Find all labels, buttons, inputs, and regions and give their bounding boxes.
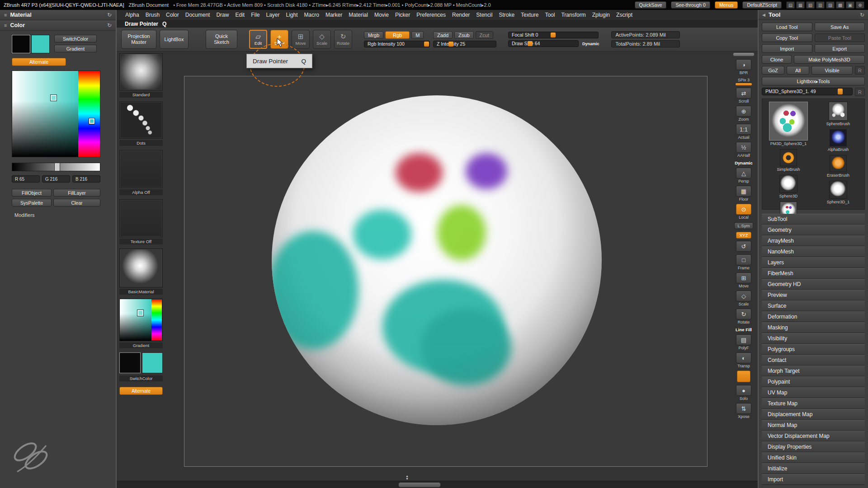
save-as-button[interactable]: Save As: [815, 23, 865, 31]
tool-section[interactable]: Import: [762, 474, 865, 485]
tool-section[interactable]: Normal Map: [762, 420, 865, 431]
tool-thumbnail[interactable]: PM3D_Sphere3D_1: [765, 102, 812, 146]
right-shelf-button[interactable]: △ Persp: [733, 168, 755, 183]
bottom-scrollbar[interactable]: [117, 481, 758, 488]
window-icon[interactable]: ⊗: [856, 1, 864, 9]
cycle-icon[interactable]: ↻: [107, 12, 112, 18]
goz-r-button[interactable]: R: [855, 66, 865, 75]
green-value-slider[interactable]: G 216: [42, 175, 70, 183]
tray-thumbnail[interactable]: [119, 352, 163, 374]
hue-selection-marker[interactable]: [89, 118, 94, 124]
fill-object-button[interactable]: FillObject: [12, 189, 52, 197]
slider-handle[interactable]: [551, 33, 556, 38]
tool-section[interactable]: Displacement Map: [762, 409, 865, 420]
timeline-toggle[interactable]: ▲▼: [406, 475, 409, 480]
menu-item[interactable]: Movie: [371, 10, 392, 20]
window-icon[interactable]: ▣: [846, 1, 854, 9]
mini-slider[interactable]: [736, 83, 752, 85]
menu-item[interactable]: Stencil: [473, 10, 495, 20]
color-picker[interactable]: [12, 70, 100, 157]
tray-thumbnail[interactable]: [119, 249, 163, 287]
right-shelf-button[interactable]: ⇄ Scroll: [733, 88, 755, 103]
gradient-button[interactable]: Gradient: [54, 45, 97, 52]
window-icon[interactable]: ▦: [796, 1, 805, 9]
export-button[interactable]: Export: [815, 44, 865, 53]
dynamic-toggle[interactable]: Dynamic: [582, 42, 599, 46]
tool-section[interactable]: Layers: [762, 257, 865, 268]
right-shelf-button[interactable]: ◑ BPR: [733, 59, 755, 75]
tool-section[interactable]: Polygroups: [762, 344, 865, 355]
tool-section[interactable]: Morph Target: [762, 366, 865, 376]
sculpt-sphere[interactable]: [272, 95, 602, 425]
menu-item[interactable]: Stroke: [495, 10, 518, 20]
tool-thumbnail[interactable]: Sphere3D: [765, 175, 812, 198]
right-shelf-button[interactable]: ⊕ Zoom: [733, 106, 755, 122]
right-shelf-button[interactable]: 1:1 Actual: [733, 124, 755, 140]
see-through-slider[interactable]: See-through 0: [671, 1, 710, 9]
z-intensity-slider[interactable]: Z Intensity 25: [433, 41, 496, 47]
tool-thumbnail-image[interactable]: [829, 181, 847, 199]
right-shelf-button[interactable]: ◐ Transp: [733, 352, 755, 368]
menu-item[interactable]: Edit: [232, 10, 248, 20]
right-shelf-button[interactable]: [733, 371, 755, 383]
goz-button[interactable]: GoZ: [762, 66, 784, 75]
cycle-icon[interactable]: ↻: [107, 22, 112, 28]
rotate-button[interactable]: ↻ Rotate: [334, 30, 352, 49]
menu-item[interactable]: Light: [283, 10, 301, 20]
right-shelf-button[interactable]: ● Solo: [733, 385, 755, 401]
active-tool-slider[interactable]: PM3D_Sphere3D_1. 49: [762, 88, 853, 95]
zadd-button[interactable]: Zadd: [433, 31, 453, 39]
tray-item[interactable]: Dots: [119, 102, 163, 146]
tray-thumbnail[interactable]: [119, 102, 163, 139]
tray-thumbnail[interactable]: [119, 53, 163, 90]
right-shelf-button[interactable]: ⊙ Local: [733, 204, 755, 220]
tool-thumbnail[interactable]: SphereBrush: [815, 102, 862, 126]
menu-item[interactable]: Tool: [542, 10, 558, 20]
tool-thumbnail[interactable]: SimpleBrush: [765, 149, 812, 172]
tool-section[interactable]: Polypaint: [762, 376, 865, 387]
right-shelf-button[interactable]: Dynamic: [733, 160, 755, 165]
tray-item[interactable]: BasicMaterial: [119, 249, 163, 295]
saturation-value-area[interactable]: [12, 71, 78, 157]
tool-thumbnail-image[interactable]: [830, 129, 847, 146]
mrgb-button[interactable]: Mrgb: [364, 31, 383, 39]
tool-palette-header[interactable]: ◀ Tool ↻: [759, 10, 868, 20]
tool-thumbnail-image[interactable]: [769, 102, 808, 141]
cycle-icon[interactable]: ↻: [860, 12, 864, 18]
draw-size-slider[interactable]: Draw Size 64: [508, 40, 579, 47]
m-button[interactable]: M: [411, 31, 424, 39]
modifiers-label[interactable]: Modifiers: [14, 212, 35, 218]
import-button[interactable]: Import: [762, 44, 812, 53]
tool-section[interactable]: Deformation: [762, 311, 865, 322]
move-button[interactable]: ⊞ Move: [292, 30, 310, 49]
hue-strip[interactable]: [78, 71, 100, 157]
menu-item[interactable]: Document: [182, 10, 213, 20]
tool-thumbnail[interactable]: AlphaBrush: [815, 129, 862, 152]
menu-item[interactable]: Alpha: [122, 10, 142, 20]
right-shelf-button[interactable]: ▦ Floor: [733, 186, 755, 202]
tray-thumbnail[interactable]: [119, 150, 163, 188]
lightbox-button[interactable]: LightBox: [160, 30, 189, 49]
menu-item[interactable]: Macro: [301, 10, 322, 20]
menu-item[interactable]: Transform: [558, 10, 589, 20]
menu-item[interactable]: Preferences: [413, 10, 449, 20]
right-shelf-button[interactable]: □ Frame: [733, 254, 755, 270]
sys-palette-button[interactable]: SysPalette: [12, 199, 52, 206]
slider-handle[interactable]: [838, 89, 843, 94]
tool-section[interactable]: Contact: [762, 355, 865, 366]
tray-item[interactable]: Standard: [119, 53, 163, 98]
color-palette-header[interactable]: ≡ Color ↻: [0, 20, 116, 31]
slider-handle[interactable]: [448, 42, 453, 47]
right-shelf-button[interactable]: Line Fill: [733, 327, 755, 332]
menu-item[interactable]: Layer: [263, 10, 283, 20]
tool-section[interactable]: Preview: [762, 290, 865, 300]
main-color-swatch[interactable]: [12, 35, 30, 53]
slider-handle[interactable]: [424, 42, 429, 47]
tool-thumbnail-image[interactable]: [829, 102, 848, 121]
tool-section[interactable]: Geometry HD: [762, 279, 865, 290]
document[interactable]: [184, 76, 708, 467]
red-value-slider[interactable]: R 65: [12, 175, 40, 183]
window-icon[interactable]: ▨: [826, 1, 835, 9]
tray-item[interactable]: Alpha Off: [119, 150, 163, 195]
projection-master-button[interactable]: Projection Master: [121, 30, 156, 49]
